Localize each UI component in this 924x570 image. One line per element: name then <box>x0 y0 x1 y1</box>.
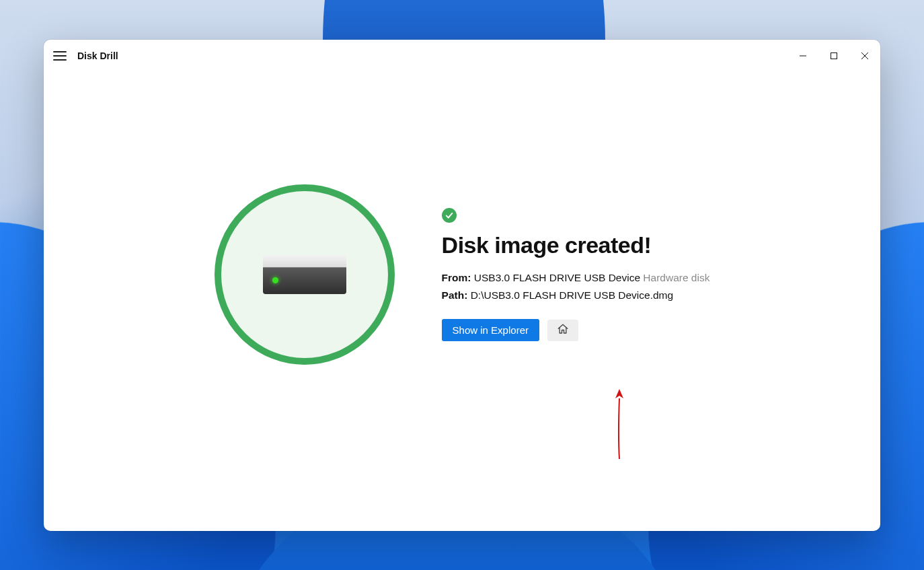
result-info: Disk image created! From: USB3.0 FLASH D… <box>442 208 710 341</box>
action-row: Show in Explorer <box>442 319 710 341</box>
maximize-button[interactable] <box>818 40 849 72</box>
app-title: Disk Drill <box>77 50 118 61</box>
window-controls <box>787 40 880 72</box>
result-headline: Disk image created! <box>442 232 710 258</box>
from-line: From: USB3.0 FLASH DRIVE USB Device Hard… <box>442 272 710 284</box>
hamburger-menu-icon[interactable] <box>53 49 67 63</box>
home-button[interactable] <box>547 320 578 341</box>
path-value: D:\USB3.0 FLASH DRIVE USB Device.dmg <box>471 289 674 301</box>
svg-rect-1 <box>831 53 837 59</box>
titlebar: Disk Drill <box>44 40 880 72</box>
show-in-explorer-button[interactable]: Show in Explorer <box>442 319 539 341</box>
from-type: Hardware disk <box>643 272 709 283</box>
from-value: USB3.0 FLASH DRIVE USB Device <box>474 272 640 283</box>
home-icon <box>557 323 569 337</box>
success-check-icon <box>442 208 457 223</box>
disk-success-graphic <box>215 184 395 365</box>
from-label: From: <box>442 272 471 283</box>
path-label: Path: <box>442 289 468 301</box>
app-window: Disk Drill Disk image crea <box>44 40 880 531</box>
path-line: Path: D:\USB3.0 FLASH DRIVE USB Device.d… <box>442 289 710 301</box>
drive-icon <box>263 255 346 294</box>
minimize-button[interactable] <box>787 40 818 72</box>
content-area: Disk image created! From: USB3.0 FLASH D… <box>44 72 880 531</box>
close-button[interactable] <box>849 40 880 72</box>
